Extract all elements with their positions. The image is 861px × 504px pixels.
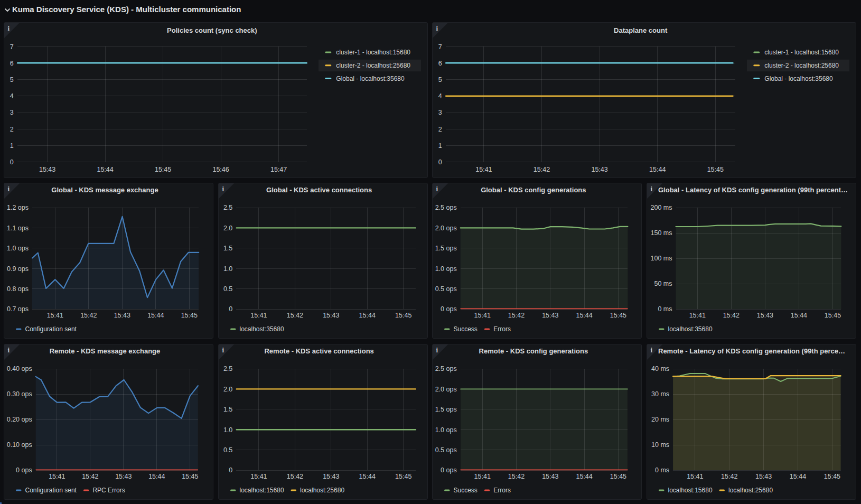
svg-text:0.10 ops: 0.10 ops [7,441,32,449]
svg-text:0: 0 [229,466,232,474]
svg-text:1.0 ops: 1.0 ops [435,265,457,273]
svg-text:15:41: 15:41 [49,473,65,480]
svg-text:15:44: 15:44 [359,312,375,319]
svg-text:0.9 ops: 0.9 ops [7,265,29,273]
svg-text:15:45: 15:45 [825,312,841,319]
svg-text:i: i [8,346,10,354]
svg-text:Success: Success [454,487,478,494]
svg-text:i: i [436,346,438,354]
svg-text:15:41: 15:41 [689,312,706,319]
svg-text:i: i [436,24,438,32]
svg-text:15:43: 15:43 [592,166,608,173]
svg-text:15:45: 15:45 [610,473,626,480]
svg-text:localhost:15680: localhost:15680 [239,487,284,494]
svg-text:15:43: 15:43 [114,312,130,319]
svg-text:15:41: 15:41 [476,166,492,173]
svg-text:localhost:15680: localhost:15680 [668,487,713,494]
svg-text:0.5: 0.5 [223,285,232,293]
svg-text:Configuration sent: Configuration sent [25,487,77,494]
svg-text:0.5 ops: 0.5 ops [435,446,457,454]
svg-text:15:42: 15:42 [80,312,97,319]
svg-text:0 ops: 0 ops [441,306,457,313]
svg-text:0: 0 [438,158,442,166]
svg-text:i: i [8,24,10,32]
svg-text:2.0: 2.0 [223,225,232,232]
svg-text:15:41: 15:41 [47,312,63,319]
svg-text:i: i [436,185,438,193]
svg-text:15:43: 15:43 [757,312,773,319]
svg-text:0.40 ops: 0.40 ops [7,365,32,372]
svg-text:15:41: 15:41 [687,473,703,480]
svg-text:15:46: 15:46 [212,166,229,173]
svg-text:1.5: 1.5 [223,245,232,252]
svg-text:4: 4 [438,92,442,100]
svg-text:cluster-1 - localhost:15680: cluster-1 - localhost:15680 [336,49,410,56]
svg-text:15:41: 15:41 [250,473,267,480]
svg-text:150 ms: 150 ms [651,230,672,237]
svg-text:1.0: 1.0 [223,426,232,433]
svg-text:15:43: 15:43 [115,473,132,480]
svg-text:15:42: 15:42 [82,473,98,480]
svg-text:15:42: 15:42 [723,312,740,319]
svg-text:7: 7 [10,43,14,51]
svg-text:15:45: 15:45 [395,473,411,480]
svg-text:i: i [222,346,224,354]
svg-text:i: i [222,185,224,193]
svg-text:2: 2 [10,126,14,133]
svg-text:15:41: 15:41 [474,312,491,319]
svg-text:0 ms: 0 ms [658,306,672,313]
svg-text:Global - localhost:35680: Global - localhost:35680 [336,75,405,82]
svg-text:15:44: 15:44 [97,166,113,173]
svg-text:2.5 ops: 2.5 ops [435,204,457,212]
svg-text:i: i [651,185,653,193]
svg-text:15:42: 15:42 [721,473,737,480]
svg-text:15:42: 15:42 [508,473,525,480]
svg-text:1.5 ops: 1.5 ops [435,406,457,413]
svg-text:0 ms: 0 ms [655,466,669,474]
svg-text:15:44: 15:44 [576,312,593,319]
svg-text:3: 3 [438,109,442,116]
svg-text:15:44: 15:44 [649,166,666,173]
svg-text:1.0 ops: 1.0 ops [435,426,457,433]
svg-text:15:42: 15:42 [286,473,303,480]
svg-text:0.5: 0.5 [223,446,232,454]
svg-text:localhost:35680: localhost:35680 [668,326,713,333]
svg-text:15:44: 15:44 [790,473,806,480]
svg-text:0 ops: 0 ops [16,466,32,474]
svg-text:1: 1 [438,142,442,150]
svg-text:cluster-2 - localhost:25680: cluster-2 - localhost:25680 [336,62,410,69]
svg-text:i: i [651,346,653,354]
svg-text:localhost:35680: localhost:35680 [239,326,284,333]
svg-text:15:45: 15:45 [155,166,171,173]
svg-text:3: 3 [10,109,14,116]
svg-text:0: 0 [10,158,14,166]
svg-text:15:47: 15:47 [270,166,287,173]
svg-text:6: 6 [438,60,442,67]
svg-text:15:42: 15:42 [534,166,550,173]
svg-text:15:43: 15:43 [323,312,339,319]
svg-text:1.5: 1.5 [223,406,232,413]
svg-text:15:42: 15:42 [286,312,303,319]
svg-text:1.0 ops: 1.0 ops [7,245,29,252]
svg-text:10 ms: 10 ms [651,441,669,449]
svg-text:15:44: 15:44 [576,473,593,480]
svg-text:2.0 ops: 2.0 ops [435,385,457,393]
svg-text:2.5: 2.5 [223,204,232,212]
svg-text:6: 6 [10,60,14,67]
svg-text:50 ms: 50 ms [654,281,672,288]
svg-text:15:45: 15:45 [181,312,198,319]
svg-text:0.7 ops: 0.7 ops [7,306,29,313]
svg-text:Errors: Errors [494,326,511,333]
svg-text:15:41: 15:41 [474,473,491,480]
svg-text:cluster-2 - localhost:25680: cluster-2 - localhost:25680 [765,62,839,69]
svg-text:15:41: 15:41 [250,312,267,319]
svg-text:15:45: 15:45 [610,312,626,319]
svg-text:0 ops: 0 ops [441,466,457,474]
svg-text:15:42: 15:42 [508,312,525,319]
svg-text:5: 5 [438,76,442,83]
svg-text:2: 2 [438,126,442,133]
svg-text:2.0: 2.0 [223,385,232,393]
svg-text:15:44: 15:44 [791,312,807,319]
svg-text:i: i [8,185,10,193]
svg-text:2.5: 2.5 [223,365,232,372]
